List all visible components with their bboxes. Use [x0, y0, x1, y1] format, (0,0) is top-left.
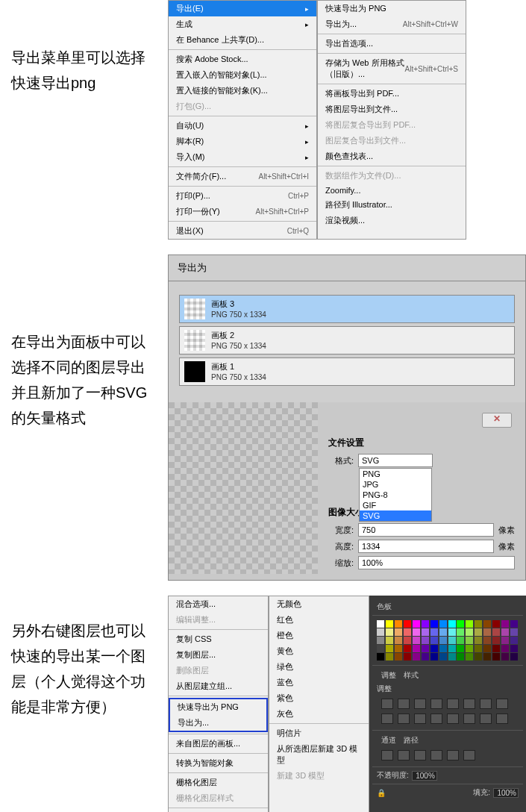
swatch[interactable] [430, 637, 438, 644]
swatch[interactable] [448, 620, 456, 628]
swatch[interactable] [492, 645, 500, 652]
lock-icon[interactable]: 🔒 [377, 789, 386, 797]
menu-item[interactable]: 导出为...Alt+Shift+Ctrl+W [318, 16, 466, 32]
swatch-tab[interactable]: 色板 [377, 602, 392, 612]
adj-icon[interactable] [463, 713, 475, 724]
format-dropdown[interactable]: SVG PNGJPGPNG-8GIFSVG [358, 454, 433, 467]
swatch[interactable] [510, 653, 518, 660]
swatch[interactable] [422, 637, 429, 644]
path-tab[interactable]: 路径 [404, 735, 419, 746]
swatch[interactable] [466, 653, 473, 660]
swatch[interactable] [377, 637, 384, 644]
menu-item[interactable]: 渲染视频... [318, 213, 466, 228]
menu-item[interactable]: 导入(M) [169, 149, 316, 165]
adj-icon[interactable] [496, 713, 508, 724]
context-menu-item[interactable]: 橙色 [269, 628, 369, 643]
swatch[interactable] [510, 637, 518, 644]
adj-icon[interactable] [447, 713, 459, 724]
tool-icon[interactable] [430, 750, 442, 761]
context-menu-item[interactable]: 从图层建立组... [169, 678, 268, 694]
swatch[interactable] [483, 653, 491, 660]
swatch[interactable] [501, 628, 509, 636]
context-menu-item[interactable]: 复制图层... [169, 647, 268, 663]
swatch[interactable] [510, 645, 518, 652]
swatch[interactable] [483, 645, 491, 652]
tool-icon[interactable] [398, 750, 410, 761]
adj-icon[interactable] [430, 699, 442, 709]
context-menu-item[interactable]: 绿色 [269, 659, 369, 675]
swatch[interactable] [475, 628, 482, 636]
context-menu-item[interactable]: 红色 [269, 612, 369, 628]
menu-item[interactable]: 路径到 Illustrator... [318, 197, 466, 213]
tool-icon[interactable] [463, 750, 475, 761]
swatch[interactable] [439, 620, 447, 628]
menu-item[interactable]: 打印一份(Y)Alt+Shift+Ctrl+P [169, 204, 316, 219]
swatch[interactable] [492, 620, 500, 628]
adj-icon[interactable] [414, 699, 426, 709]
swatch[interactable] [395, 637, 402, 644]
opacity-field[interactable]: 100% [412, 771, 437, 781]
swatch[interactable] [475, 645, 482, 652]
scale-input[interactable]: 100% [358, 556, 515, 569]
swatch[interactable] [475, 620, 482, 628]
swatch[interactable] [430, 628, 438, 636]
swatch[interactable] [510, 620, 518, 628]
menu-item[interactable]: Zoomify... [318, 184, 466, 197]
swatch[interactable] [386, 653, 393, 660]
menu-item[interactable]: 存储为 Web 所用格式（旧版）...Alt+Shift+Ctrl+S [318, 55, 466, 82]
swatch[interactable] [413, 645, 420, 652]
swatch[interactable] [386, 637, 393, 644]
swatch[interactable] [501, 620, 509, 628]
swatch[interactable] [413, 628, 420, 636]
adj-icon[interactable] [480, 699, 492, 709]
swatch[interactable] [483, 637, 491, 644]
context-menu-item[interactable]: 来自图层的画板... [169, 736, 268, 752]
swatch[interactable] [483, 620, 491, 628]
adj-icon[interactable] [398, 713, 410, 724]
swatch[interactable] [466, 637, 473, 644]
menu-item[interactable]: 快速导出为 PNG [318, 1, 466, 16]
context-menu-item[interactable]: 转换为智能对象 [169, 755, 268, 771]
swatch[interactable] [457, 628, 464, 636]
swatch[interactable] [448, 628, 456, 636]
swatch[interactable] [404, 653, 411, 660]
swatch[interactable] [501, 637, 509, 644]
swatch[interactable] [501, 653, 509, 660]
swatch[interactable] [475, 637, 482, 644]
format-option[interactable]: SVG [360, 510, 431, 521]
adj-icon[interactable] [414, 713, 426, 724]
menu-item[interactable]: 在 Behance 上共享(D)... [169, 32, 316, 48]
menu-item[interactable]: 导出(E) [169, 1, 316, 16]
swatch[interactable] [377, 628, 384, 636]
swatch[interactable] [492, 653, 500, 660]
swatch[interactable] [466, 620, 473, 628]
swatch[interactable] [386, 620, 393, 628]
context-menu-item[interactable]: 栅格化图层 [169, 775, 268, 790]
menu-item[interactable]: 搜索 Adobe Stock... [169, 51, 316, 67]
swatch[interactable] [430, 653, 438, 660]
swatch[interactable] [448, 637, 456, 644]
swatch[interactable] [448, 653, 456, 660]
swatch[interactable] [377, 620, 384, 628]
context-menu-item[interactable]: 无颜色 [269, 596, 369, 612]
menu-item[interactable]: 脚本(R) [169, 134, 316, 149]
swatch[interactable] [430, 645, 438, 652]
swatch[interactable] [457, 620, 464, 628]
style-tab[interactable]: 样式 [404, 670, 419, 681]
swatch[interactable] [492, 628, 500, 636]
menu-item[interactable]: 置入嵌入的智能对象(L)... [169, 67, 316, 83]
swatch-grid[interactable] [372, 616, 523, 665]
adj-icon[interactable] [381, 713, 393, 724]
menu-item[interactable]: 颜色查找表... [318, 149, 466, 164]
format-option[interactable]: GIF [360, 500, 431, 510]
swatch[interactable] [395, 628, 402, 636]
menu-item[interactable]: 将画板导出到 PDF... [318, 86, 466, 102]
swatch[interactable] [457, 653, 464, 660]
close-button[interactable]: ✕ [482, 413, 512, 428]
swatch[interactable] [448, 645, 456, 652]
swatch[interactable] [439, 637, 447, 644]
adj-icon[interactable] [398, 699, 410, 709]
swatch[interactable] [413, 637, 420, 644]
swatch[interactable] [510, 628, 518, 636]
swatch[interactable] [492, 637, 500, 644]
